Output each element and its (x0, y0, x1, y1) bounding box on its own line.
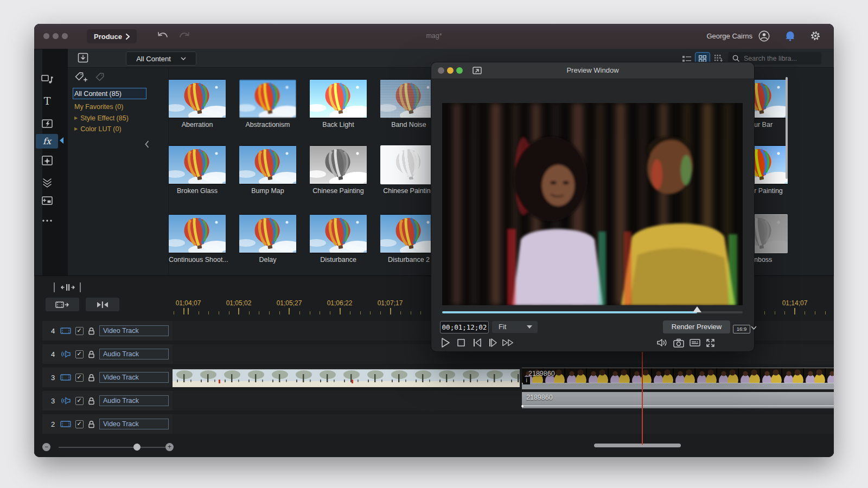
expand-arrow-icon[interactable]: ▶ (74, 115, 78, 120)
effect-room-button[interactable]: fx (36, 134, 58, 149)
preview-window[interactable]: Preview Window (431, 62, 754, 351)
account-icon[interactable] (758, 30, 770, 42)
track-enable-checkbox[interactable] (75, 350, 84, 358)
aspect-ratio-caret-icon[interactable] (751, 326, 757, 330)
stop-button[interactable] (455, 336, 468, 349)
play-button[interactable] (439, 336, 452, 349)
effect-label: Broken Glass (169, 187, 226, 195)
track-name-field[interactable]: Video Track (99, 325, 169, 336)
effect-label: Bump Map (239, 187, 296, 195)
effect-item[interactable]: Back Light (310, 79, 367, 129)
video-clip-fx-band[interactable] (522, 383, 834, 389)
overlay-room-button[interactable] (34, 153, 60, 168)
previous-frame-button[interactable] (470, 336, 483, 349)
effect-item[interactable]: Aberration (169, 79, 226, 129)
effect-item[interactable]: r Painting (754, 145, 811, 195)
seek-bar-thumb[interactable] (693, 306, 701, 312)
next-frame-button[interactable] (486, 336, 499, 349)
ruler-timecode: 01;05;27 (277, 299, 302, 307)
track-header: 4 Video Track (42, 321, 173, 341)
fullscreen-icon[interactable] (704, 336, 717, 349)
timeline-zoom-slider[interactable] (59, 447, 165, 448)
preview-video-frame[interactable] (442, 103, 743, 305)
title-room-button[interactable]: T (34, 94, 60, 109)
effect-thumbnail (169, 79, 226, 118)
import-media-icon[interactable] (78, 53, 88, 63)
preview-seek-bar[interactable] (442, 311, 743, 313)
lock-icon[interactable] (88, 350, 95, 358)
timecode-field[interactable]: 00;01;12;02 (440, 321, 489, 333)
library-scrollbar[interactable] (786, 77, 788, 179)
info-display-icon[interactable] (688, 336, 701, 349)
track-name-field[interactable]: Audio Track (99, 395, 169, 406)
track-manager-button[interactable] (46, 298, 79, 311)
media-room-button[interactable] (34, 72, 60, 87)
track-enable-checkbox[interactable] (75, 397, 84, 405)
effect-thumbnail (754, 79, 788, 118)
render-preview-button[interactable]: Render Preview (663, 320, 730, 333)
track-enable-checkbox[interactable] (75, 420, 84, 428)
effect-item[interactable]: ur Bar (754, 79, 811, 129)
track-header: 3 Audio Track (42, 391, 173, 410)
effect-item[interactable]: nboss (754, 214, 811, 264)
effect-label: Band Noise (380, 121, 437, 129)
fast-forward-button[interactable] (502, 336, 515, 349)
street-video-clip[interactable] (173, 369, 520, 387)
people-video-clip[interactable]: 2189860 (522, 368, 834, 383)
track-name-field[interactable]: Audio Track (99, 349, 169, 359)
tag-my-favorites[interactable]: My Favorites (0) (73, 101, 146, 112)
adjust-track-height-icon[interactable] (60, 283, 75, 292)
track-name-field[interactable]: Video Track (99, 419, 169, 429)
lock-icon[interactable] (88, 397, 95, 405)
timeline-horizontal-scrollbar[interactable] (594, 444, 681, 447)
user-name: George Cairns (706, 32, 752, 40)
tag-style-effect[interactable]: ▶Style Effect (85) (73, 113, 146, 123)
collapse-panel-chevron-icon[interactable] (144, 140, 150, 149)
search-input[interactable] (743, 54, 815, 63)
track-name-field[interactable]: Video Track (99, 372, 169, 383)
video-track-icon (60, 327, 71, 335)
effect-item[interactable]: Disturbance (310, 214, 367, 264)
effect-item[interactable]: Delay (239, 214, 296, 264)
seek-bar-progress (442, 311, 697, 313)
notifications-bell-icon[interactable] (786, 30, 795, 41)
remove-tag-icon[interactable] (95, 72, 106, 82)
tag-color-lut[interactable]: ▶Color LUT (0) (73, 124, 146, 134)
effect-item[interactable]: Band Noise (380, 79, 437, 129)
transition-room-button[interactable] (34, 116, 60, 131)
lock-icon[interactable] (88, 327, 95, 335)
tag-all-content[interactable]: All Content (85) (73, 88, 146, 99)
effect-item[interactable]: Broken Glass (169, 145, 226, 195)
track-enable-checkbox[interactable] (75, 374, 84, 382)
track-enable-checkbox[interactable] (75, 327, 84, 335)
clip-info-badge[interactable]: i (523, 377, 530, 384)
effect-item[interactable]: Chinese Painting (380, 145, 437, 195)
collection-dropdown[interactable]: All Content (126, 52, 196, 66)
volume-icon[interactable] (656, 336, 669, 349)
track-lane-video-2[interactable] (173, 414, 834, 434)
audio-clip[interactable]: 2189860 (522, 392, 834, 408)
preview-titlebar[interactable]: Preview Window (431, 62, 754, 79)
zoom-slider-thumb[interactable] (133, 444, 141, 451)
effect-item[interactable]: Abstractionism (239, 79, 296, 129)
effect-item[interactable]: Disturbance 2 (380, 214, 437, 264)
settings-gear-icon[interactable] (810, 30, 821, 41)
pip-designer-button[interactable] (34, 193, 60, 208)
aspect-ratio-selector[interactable]: 16:9 (733, 325, 750, 333)
fit-dropdown[interactable]: Fit (492, 321, 538, 333)
add-tag-icon[interactable] (75, 72, 88, 82)
zoom-out-button[interactable]: − (42, 443, 50, 451)
effect-item[interactable]: Chinese Painting (310, 145, 367, 195)
zoom-in-button[interactable]: + (165, 443, 174, 451)
effect-item[interactable]: Continuous Shoot... (169, 214, 226, 264)
split-clip-button[interactable] (86, 298, 119, 311)
track-number: 4 (51, 350, 56, 358)
lock-icon[interactable] (88, 374, 95, 382)
more-rooms-button[interactable] (34, 213, 60, 228)
particle-room-button[interactable] (34, 175, 60, 190)
snapshot-camera-icon[interactable] (672, 336, 685, 349)
ruler-timecode: 01;06;22 (327, 299, 353, 307)
lock-icon[interactable] (88, 420, 95, 428)
expand-arrow-icon[interactable]: ▶ (74, 126, 78, 131)
effect-item[interactable]: Bump Map (239, 145, 296, 195)
